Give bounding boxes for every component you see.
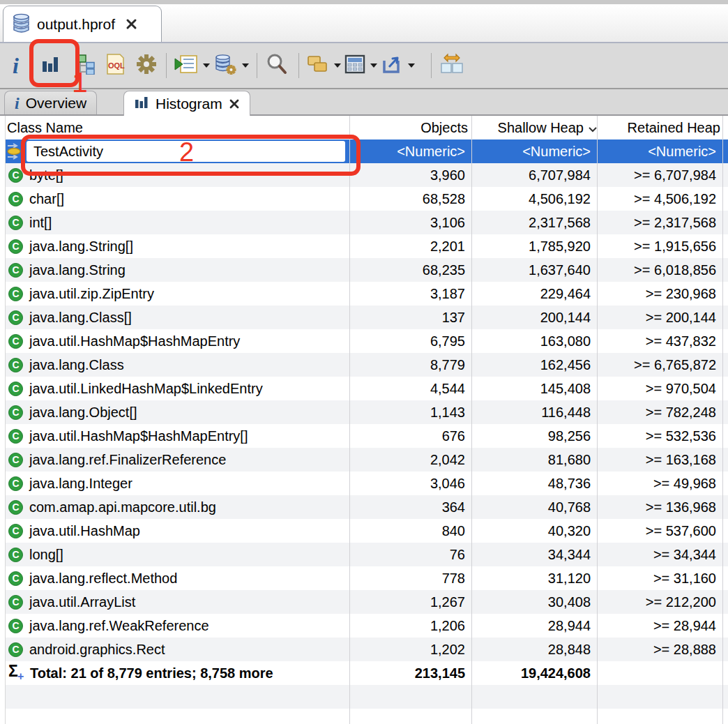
class-name-text: java.util.HashMap	[29, 523, 140, 539]
retained-heap-filter[interactable]: <Numeric>	[598, 144, 723, 160]
table-row[interactable]: Cbyte[]3,9606,707,984>= 6,707,984	[6, 163, 728, 187]
view-tab-bar: i Overview Histogram	[0, 89, 728, 116]
memory-analyzer-window: output.hprof i	[0, 0, 728, 724]
table-row[interactable]: Cjava.util.HashMap$HashMapEntry6,795163,…	[6, 329, 728, 353]
column-header-class-name[interactable]: Class Name	[6, 120, 350, 136]
column-header-shallow-heap[interactable]: Shallow Heap	[472, 120, 602, 136]
search-button[interactable]	[265, 51, 289, 80]
retained-heap-cell: >= 2,317,568	[598, 215, 723, 231]
shallow-heap-cell: 1,785,920	[472, 239, 598, 255]
column-separator[interactable]	[597, 116, 598, 724]
table-row[interactable]: Cjava.util.HashMap$HashMapEntry[]67698,2…	[6, 424, 728, 448]
objects-cell: 840	[350, 523, 472, 539]
class-name-text: java.lang.Class	[29, 357, 124, 373]
empty-stripe	[6, 685, 728, 709]
class-name-cell: Clong[]	[6, 547, 350, 563]
toolbar-separator	[431, 53, 432, 78]
table-row[interactable]: Candroid.graphics.Rect1,20228,848>= 28,8…	[6, 638, 728, 661]
dominator-tree-icon	[75, 54, 96, 77]
objects-cell: 3,187	[350, 286, 472, 302]
table-row[interactable]: Cjava.util.ArrayList1,26730,408>= 212,20…	[6, 590, 728, 614]
table-row[interactable]: Cjava.lang.Class[]137200,144>= 200,144	[6, 306, 728, 329]
table-row[interactable]: Cjava.util.HashMap84040,320>= 537,600	[6, 519, 728, 543]
group-by-button[interactable]	[307, 51, 341, 80]
tab-overview-label: Overview	[26, 95, 87, 112]
query-browser-button[interactable]	[213, 51, 249, 80]
retained-heap-cell: >= 6,707,984	[598, 167, 723, 183]
histogram-table: Class Name Objects Shallow Heap Retained…	[6, 116, 728, 724]
calculator-button[interactable]	[344, 51, 377, 80]
editor-tab-output-hprof[interactable]: output.hprof	[3, 6, 162, 42]
class-name-text: char[]	[29, 191, 64, 207]
expert-features-button[interactable]	[135, 51, 158, 80]
export-icon	[381, 54, 403, 77]
shallow-heap-cell: 200,144	[472, 310, 598, 326]
class-name-text: java.lang.reflect.Method	[29, 571, 177, 587]
shallow-heap-cell: 48,736	[472, 476, 598, 492]
class-icon: C	[8, 619, 23, 633]
shallow-heap-cell: 145,408	[472, 381, 598, 397]
run-report-button[interactable]	[174, 51, 210, 80]
class-name-text: java.lang.Class[]	[29, 310, 132, 326]
oql-button[interactable]: OQL	[105, 51, 126, 80]
table-row[interactable]: Cjava.util.zip.ZipEntry3,187229,464>= 23…	[6, 282, 728, 306]
class-icon: C	[8, 192, 23, 206]
class-name-text: java.util.HashMap$HashMapEntry[]	[29, 428, 248, 444]
table-row[interactable]: Cjava.lang.String68,2351,637,640>= 6,018…	[6, 258, 728, 282]
class-icon: C	[8, 287, 23, 301]
dominator-tree-button[interactable]	[75, 51, 96, 80]
histogram-icon	[39, 53, 61, 78]
column-header-retained-heap[interactable]: Retained Heap	[602, 120, 727, 136]
dropdown-arrow-icon[interactable]	[203, 63, 210, 68]
table-row[interactable]: Cjava.lang.ref.WeakReference1,20628,944>…	[6, 614, 728, 638]
column-separator[interactable]	[349, 116, 350, 724]
info-button[interactable]: i	[13, 51, 19, 80]
heap-dump-database-icon	[12, 13, 31, 36]
class-icon: C	[8, 476, 23, 491]
column-header-objects[interactable]: Objects	[350, 120, 472, 136]
dropdown-arrow-icon[interactable]	[242, 63, 249, 68]
objects-cell: 3,046	[350, 476, 472, 492]
table-row[interactable]: Cjava.lang.ref.FinalizerReference2,04281…	[6, 448, 728, 472]
class-name-cell: Cjava.util.HashMap	[6, 523, 350, 539]
table-row[interactable]: Clong[]7634,344>= 34,344	[6, 543, 728, 566]
tab-overview[interactable]: i Overview	[4, 91, 97, 114]
compare-button[interactable]	[439, 51, 464, 80]
tab-histogram[interactable]: Histogram	[123, 91, 250, 116]
shallow-heap-cell: 229,464	[472, 286, 598, 302]
table-row[interactable]: Cjava.lang.Integer3,04648,736>= 49,968	[6, 472, 728, 495]
filter-row: <Numeric> <Numeric> <Numeric>	[6, 139, 728, 163]
table-row[interactable]: Cjava.lang.Class8,779162,456>= 6,765,872	[6, 353, 728, 377]
class-name-text: java.lang.String	[29, 262, 126, 278]
calculator-icon	[344, 54, 365, 77]
close-icon[interactable]	[126, 18, 137, 30]
column-separator[interactable]	[471, 116, 472, 724]
dropdown-arrow-icon[interactable]	[370, 63, 377, 68]
shallow-heap-cell: 98,256	[472, 428, 598, 444]
table-row[interactable]: Cchar[]68,5284,506,192>= 4,506,192	[6, 187, 728, 211]
table-header-row: Class Name Objects Shallow Heap Retained…	[6, 116, 728, 139]
toolbar-separator	[298, 53, 299, 78]
histogram-icon	[134, 94, 149, 113]
shallow-heap-filter[interactable]: <Numeric>	[472, 144, 598, 160]
dropdown-arrow-icon[interactable]	[334, 63, 341, 68]
objects-cell: 8,779	[350, 357, 472, 373]
objects-cell: 3,106	[350, 215, 472, 231]
table-row[interactable]: Ccom.amap.api.mapcore.util.bg36440,768>=…	[6, 495, 728, 519]
retained-heap-cell: >= 200,144	[598, 310, 723, 326]
objects-filter[interactable]: <Numeric>	[350, 144, 472, 160]
class-name-filter-input[interactable]	[26, 141, 345, 162]
table-row[interactable]: Cjava.lang.Object[]1,143116,448>= 782,24…	[6, 400, 728, 424]
histogram-button[interactable]	[39, 51, 61, 80]
shallow-heap-cell: 40,320	[472, 523, 598, 539]
objects-cell: 6,795	[350, 333, 472, 349]
export-button[interactable]	[381, 51, 415, 80]
class-name-text: com.amap.api.mapcore.util.bg	[29, 499, 216, 515]
table-row[interactable]: Cjava.util.LinkedHashMap$LinkedEntry4,54…	[6, 377, 728, 400]
table-row[interactable]: Cint[]3,1062,317,568>= 2,317,568	[6, 211, 728, 234]
dropdown-arrow-icon[interactable]	[408, 63, 415, 68]
table-row[interactable]: Cjava.lang.String[]2,2011,785,920>= 1,91…	[6, 234, 728, 258]
table-row[interactable]: Cjava.lang.reflect.Method77831,120>= 31,…	[6, 566, 728, 590]
close-icon[interactable]	[229, 98, 240, 110]
table-left-border	[5, 116, 6, 724]
